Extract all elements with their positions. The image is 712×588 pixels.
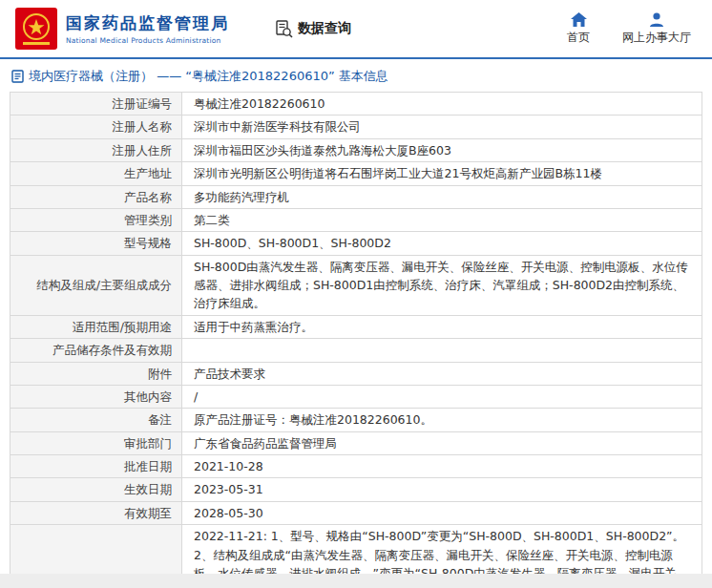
row-value: 第二类 xyxy=(182,208,702,231)
table-row: 注册人名称深圳市中新浩医学科技有限公司 xyxy=(10,116,702,138)
row-label: 审批部门 xyxy=(10,431,182,454)
nav-hall-label: 网上办事大厅 xyxy=(622,30,691,46)
row-value: SH-800D由蒸汽发生器、隔离变压器、漏电开关、保险丝座、开关电源、控制电源板… xyxy=(182,255,702,315)
row-value xyxy=(182,339,702,362)
breadcrumb: 境内医疗器械（注册） —— “粤械注准20182260610” 基本信息 xyxy=(0,59,712,92)
row-value: 多功能药汽理疗机 xyxy=(182,185,702,208)
table-row: 备注原产品注册证号：粤械注准20182260610。 xyxy=(10,409,702,431)
nav-home-label: 首页 xyxy=(567,30,590,46)
table-row: 适用范围/预期用途适用于中药蒸熏治疗。 xyxy=(10,315,702,338)
row-label: 注册人名称 xyxy=(10,116,182,138)
org-title-block: 国家药品监督管理局 National Medical Products Admi… xyxy=(66,12,229,45)
document-search-icon xyxy=(275,20,293,38)
table-row: 产品储存条件及有效期 xyxy=(10,339,702,362)
row-value: 深圳市中新浩医学科技有限公司 xyxy=(182,116,702,138)
table-row: 附件产品技术要求 xyxy=(10,362,702,385)
document-icon xyxy=(11,70,24,83)
table-row: 审批部门广东省食品药品监督管理局 xyxy=(10,431,702,454)
row-label: 注册人住所 xyxy=(10,138,182,161)
table-row: 生效日期2023-05-31 xyxy=(10,478,702,501)
row-label: 批准日期 xyxy=(10,455,182,478)
table-row: 管理类别第二类 xyxy=(10,208,702,231)
data-query-button[interactable]: 数据查询 xyxy=(275,20,351,38)
row-value: 适用于中药蒸熏治疗。 xyxy=(182,315,702,338)
row-label: 其他内容 xyxy=(10,385,182,408)
table-row: 产品名称多功能药汽理疗机 xyxy=(10,185,702,208)
row-label: 适用范围/预期用途 xyxy=(10,315,182,338)
org-name-en: National Medical Products Administration xyxy=(66,36,229,45)
row-value: 2021-10-28 xyxy=(182,455,702,478)
row-value: SH-800D、SH-800D1、SH-800D2 xyxy=(182,232,702,255)
row-value: 深圳市福田区沙头街道泰然九路海松大厦B座603 xyxy=(182,138,702,161)
row-label: 生效日期 xyxy=(10,478,182,501)
row-label: 注册证编号 xyxy=(10,93,182,116)
row-label: 型号规格 xyxy=(10,232,182,255)
org-name-cn: 国家药品监督管理局 xyxy=(66,12,229,34)
table-row: 批准日期2021-10-28 xyxy=(10,455,702,478)
table-row: 其他内容/ xyxy=(10,385,702,408)
page-header: 国家药品监督管理局 National Medical Products Admi… xyxy=(0,0,712,59)
row-label: 有效期至 xyxy=(10,501,182,524)
table-row: 结构及组成/主要组成成分SH-800D由蒸汽发生器、隔离变压器、漏电开关、保险丝… xyxy=(10,255,702,315)
row-value: / xyxy=(182,385,702,408)
row-value: 粤械注准20182260610 xyxy=(182,93,702,116)
row-value: 广东省食品药品监督管理局 xyxy=(182,431,702,454)
table-row: 有效期至2028-05-30 xyxy=(10,501,702,524)
row-value: 2023-05-31 xyxy=(182,478,702,501)
row-label: 产品名称 xyxy=(10,185,182,208)
row-value: 产品技术要求 xyxy=(182,362,702,385)
table-row: 型号规格SH-800D、SH-800D1、SH-800D2 xyxy=(10,232,702,255)
row-value: 2028-05-30 xyxy=(182,501,702,524)
home-icon xyxy=(571,12,587,27)
row-value: 原产品注册证号：粤械注准20182260610。 xyxy=(182,409,702,431)
table-row: 注册证编号粤械注准20182260610 xyxy=(10,93,702,116)
page-title: 境内医疗器械（注册） —— “粤械注准20182260610” 基本信息 xyxy=(29,68,388,85)
nav-item-home[interactable]: 首页 xyxy=(567,12,590,46)
row-label: 备注 xyxy=(10,409,182,431)
registration-info-table: 注册证编号粤械注准20182260610 注册人名称深圳市中新浩医学科技有限公司… xyxy=(10,92,702,588)
data-query-label: 数据查询 xyxy=(298,20,351,37)
row-value: 深圳市光明新区公明街道将石石围坪岗工业大道21号权炬高新产业园B栋11楼 xyxy=(182,162,702,185)
row-label: 管理类别 xyxy=(10,208,182,231)
nav-item-service-hall[interactable]: 网上办事大厅 xyxy=(622,12,691,46)
person-icon xyxy=(649,12,664,27)
npma-logo xyxy=(15,8,57,50)
table-row: 注册人住所深圳市福田区沙头街道泰然九路海松大厦B座603 xyxy=(10,138,702,161)
row-label: 附件 xyxy=(10,362,182,385)
table-row: 生产地址深圳市光明新区公明街道将石石围坪岗工业大道21号权炬高新产业园B栋11楼 xyxy=(10,162,702,185)
footer-strip xyxy=(0,574,712,588)
row-label: 产品储存条件及有效期 xyxy=(10,339,182,362)
row-label: 结构及组成/主要组成成分 xyxy=(10,255,182,315)
row-label: 生产地址 xyxy=(10,162,182,185)
top-nav: 首页 网上办事大厅 xyxy=(567,12,691,46)
